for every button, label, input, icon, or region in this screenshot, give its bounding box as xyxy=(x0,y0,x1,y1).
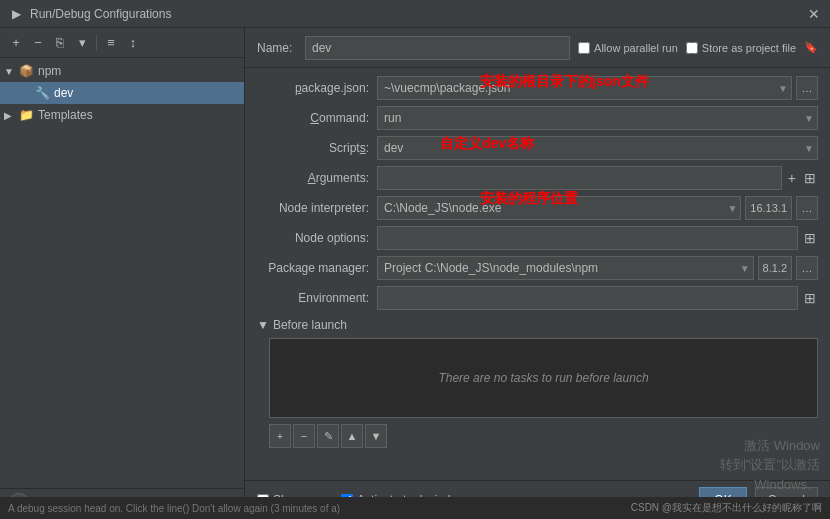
package-manager-label: Package manager: xyxy=(257,261,377,275)
sidebar-item-npm-label: npm xyxy=(38,64,61,78)
package-manager-select[interactable]: Project C:\Node_JS\node_modules\npm xyxy=(377,256,754,280)
npm-icon: 📦 xyxy=(18,63,34,79)
toolbar-separator xyxy=(96,35,97,51)
status-text: A debug session head on. Click the line(… xyxy=(8,503,340,514)
sidebar-item-dev-label: dev xyxy=(54,86,73,100)
name-input[interactable] xyxy=(305,36,570,60)
before-launch-header[interactable]: ▼ Before launch xyxy=(257,316,818,334)
scripts-select[interactable]: dev xyxy=(377,136,818,160)
store-project-icon: 🔖 xyxy=(804,41,818,54)
before-launch-remove-button[interactable]: − xyxy=(293,424,315,448)
sidebar-toolbar: + − ⎘ ▾ ≡ ↕ xyxy=(0,28,244,58)
allow-parallel-checkbox[interactable]: Allow parallel run xyxy=(578,42,678,54)
status-right: CSDN @我实在是想不出什么好的昵称了啊 xyxy=(631,501,822,515)
arguments-label: Arguments: xyxy=(257,171,377,185)
node-options-input[interactable] xyxy=(377,226,798,250)
allow-parallel-check[interactable] xyxy=(578,42,590,54)
form-body: package.json: ~\vuecmp\package.json ▼ … … xyxy=(245,68,830,480)
store-project-checkbox[interactable]: Store as project file xyxy=(686,42,796,54)
store-project-check[interactable] xyxy=(686,42,698,54)
before-launch-edit-button[interactable]: ✎ xyxy=(317,424,339,448)
sidebar-item-templates[interactable]: ▶ 📁 Templates xyxy=(0,104,244,126)
title-text: Run/Debug Configurations xyxy=(30,7,171,21)
status-bar: A debug session head on. Click the line(… xyxy=(0,497,830,519)
package-json-row: package.json: ~\vuecmp\package.json ▼ … xyxy=(257,76,818,100)
main-container: + − ⎘ ▾ ≡ ↕ ▼ 📦 npm 🔧 dev ▶ � xyxy=(0,28,830,519)
package-manager-select-wrapper: Project C:\Node_JS\node_modules\npm ▼ xyxy=(377,256,754,280)
tree-container: ▼ 📦 npm 🔧 dev ▶ 📁 Templates xyxy=(0,58,244,488)
npm-arrow-icon: ▼ xyxy=(4,66,18,77)
environment-field: ⊞ xyxy=(377,286,818,310)
scripts-label: Scripts: xyxy=(257,141,377,155)
csdn-text: CSDN @我实在是想不出什么好的昵称了啊 xyxy=(631,501,822,515)
before-launch-section: ▼ Before launch There are no tasks to ru… xyxy=(257,316,818,450)
watermark-line1: 激活 Window xyxy=(720,436,820,456)
command-select[interactable]: run xyxy=(377,106,818,130)
package-json-browse-button[interactable]: … xyxy=(796,76,818,100)
package-manager-browse-button[interactable]: … xyxy=(796,256,818,280)
sidebar-item-npm[interactable]: ▼ 📦 npm xyxy=(0,60,244,82)
environment-label: Environment: xyxy=(257,291,377,305)
node-interpreter-row: Node interpreter: C:\Node_JS\node.exe ▼ … xyxy=(257,196,818,220)
before-launch-add-button[interactable]: + xyxy=(269,424,291,448)
node-options-field: ⊞ xyxy=(377,226,818,250)
templates-icon: 📁 xyxy=(18,107,34,123)
before-launch-up-button[interactable]: ▲ xyxy=(341,424,363,448)
command-field: run ▼ xyxy=(377,106,818,130)
before-launch-down-button[interactable]: ▼ xyxy=(365,424,387,448)
scripts-row: Scripts: dev ▼ xyxy=(257,136,818,160)
add-config-button[interactable]: + xyxy=(6,33,26,53)
node-version-badge: 16.13.1 xyxy=(745,196,792,220)
environment-edit-button[interactable]: ⊞ xyxy=(802,290,818,306)
name-options: Allow parallel run Store as project file… xyxy=(578,41,818,54)
before-launch-arrow-icon: ▼ xyxy=(257,318,269,332)
package-json-select-wrapper: ~\vuecmp\package.json ▼ xyxy=(377,76,792,100)
remove-config-button[interactable]: − xyxy=(28,33,48,53)
sidebar: + − ⎘ ▾ ≡ ↕ ▼ 📦 npm 🔧 dev ▶ � xyxy=(0,28,245,519)
arguments-expand-button[interactable]: ⊞ xyxy=(802,170,818,186)
node-interpreter-select-wrapper: C:\Node_JS\node.exe ▼ xyxy=(377,196,741,220)
command-row: Command: run ▼ xyxy=(257,106,818,130)
command-select-wrapper: run ▼ xyxy=(377,106,818,130)
close-button[interactable]: ✕ xyxy=(806,6,822,22)
copy-config-button[interactable]: ⎘ xyxy=(50,33,70,53)
node-interpreter-browse-button[interactable]: … xyxy=(796,196,818,220)
sidebar-item-templates-label: Templates xyxy=(38,108,93,122)
package-manager-field: Project C:\Node_JS\node_modules\npm ▼ 8.… xyxy=(377,256,818,280)
title-bar: ▶ Run/Debug Configurations ✕ xyxy=(0,0,830,28)
node-options-label: Node options: xyxy=(257,231,377,245)
scripts-select-wrapper: dev ▼ xyxy=(377,136,818,160)
arguments-input[interactable] xyxy=(377,166,782,190)
config-sort-button[interactable]: ↕ xyxy=(123,33,143,53)
scripts-field: dev ▼ xyxy=(377,136,818,160)
config-more-button[interactable]: ≡ xyxy=(101,33,121,53)
before-launch-body: There are no tasks to run before launch xyxy=(269,338,818,418)
store-project-label: Store as project file xyxy=(702,42,796,54)
package-manager-row: Package manager: Project C:\Node_JS\node… xyxy=(257,256,818,280)
watermark-line3: Windows。 xyxy=(720,475,820,495)
environment-row: Environment: ⊞ xyxy=(257,286,818,310)
node-interpreter-field: C:\Node_JS\node.exe ▼ 16.13.1 … xyxy=(377,196,818,220)
name-label: Name: xyxy=(257,41,297,55)
node-interpreter-select[interactable]: C:\Node_JS\node.exe xyxy=(377,196,741,220)
sidebar-item-dev[interactable]: 🔧 dev xyxy=(0,82,244,104)
arguments-field: + ⊞ xyxy=(377,166,818,190)
arguments-add-button[interactable]: + xyxy=(786,170,798,186)
arguments-row: Arguments: + ⊞ xyxy=(257,166,818,190)
package-json-field: ~\vuecmp\package.json ▼ … xyxy=(377,76,818,100)
package-json-select[interactable]: ~\vuecmp\package.json xyxy=(377,76,792,100)
npm-version-badge: 8.1.2 xyxy=(758,256,792,280)
allow-parallel-label: Allow parallel run xyxy=(594,42,678,54)
before-launch-label: Before launch xyxy=(273,318,347,332)
node-options-row: Node options: ⊞ xyxy=(257,226,818,250)
environment-input[interactable] xyxy=(377,286,798,310)
name-row: Name: Allow parallel run Store as projec… xyxy=(245,28,830,68)
before-launch-empty-text: There are no tasks to run before launch xyxy=(438,371,648,385)
watermark: 激活 Window 转到"设置"以激活 Windows。 xyxy=(720,436,820,495)
config-dropdown-button[interactable]: ▾ xyxy=(72,33,92,53)
package-json-label: package.json: xyxy=(257,81,377,95)
node-interpreter-label: Node interpreter: xyxy=(257,201,377,215)
node-options-expand-button[interactable]: ⊞ xyxy=(802,230,818,246)
run-debug-icon: ▶ xyxy=(8,6,24,22)
watermark-line2: 转到"设置"以激活 xyxy=(720,455,820,475)
